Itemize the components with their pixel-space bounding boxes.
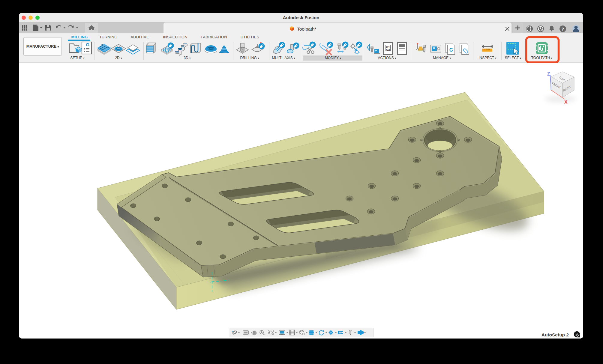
svg-text:Z: Z (547, 71, 550, 76)
svg-text:X: X (564, 100, 568, 105)
svg-text:?: ? (562, 27, 564, 31)
svg-text:G2: G2 (386, 48, 390, 51)
svg-text:G: G (449, 47, 453, 52)
svg-text:Toolpath*: Toolpath* (297, 26, 316, 31)
svg-text:G: G (86, 42, 89, 47)
svg-text:AutoSetup 2: AutoSetup 2 (542, 332, 569, 337)
